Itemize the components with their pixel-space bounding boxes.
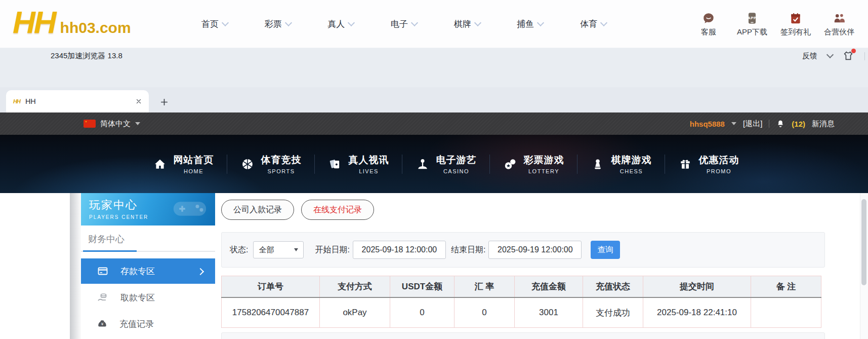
start-date-input[interactable]: 2025-09-18 12:00:00 — [353, 241, 446, 259]
quicklink-customer-service[interactable]: 客服 — [687, 12, 730, 37]
cell-order-no: 1758206470047887 — [222, 297, 320, 328]
mainnav-promo[interactable]: 优惠活动PROMO — [665, 154, 752, 174]
query-button[interactable]: 查询 — [591, 241, 620, 259]
quicklink-partners[interactable]: 合营伙伴 — [817, 12, 861, 37]
logout-button[interactable]: [退出] — [743, 119, 762, 129]
feedback-zone: 反馈 — [802, 50, 854, 61]
chevron-down-icon — [600, 19, 607, 26]
partners-icon — [833, 12, 846, 25]
notification-dot — [851, 49, 856, 53]
nav-item-live[interactable]: 真人 — [327, 18, 354, 30]
browser-window-title: 2345加速浏览器 13.8 — [51, 51, 122, 61]
cell-recharge-status: 支付成功 — [583, 297, 643, 328]
tab-online-payment-records[interactable]: 在线支付记录 — [301, 200, 374, 220]
player-center-sidebar: 玩家中心 PLAYERS CENTER 财务中心 存款专区 — [81, 193, 215, 339]
table-row: 1758206470047887 okPay 0 0 3001 支付成功 202… — [222, 297, 821, 328]
chevron-right-icon — [197, 268, 204, 275]
nav-item-label: 电子 — [391, 18, 408, 30]
cell-recharge-amount: 3001 — [515, 297, 583, 328]
mainnav-label-zh: 彩票游戏 — [524, 154, 564, 167]
sidebar-item-label: 充值记录 — [119, 318, 154, 330]
cell-usdt-amount: 0 — [390, 297, 454, 328]
main-site-nav: 网站首页HOME 体育竞技SPORTS 真人视讯LIVES 电子游艺CASINO… — [0, 135, 868, 193]
message-count[interactable]: (12) — [792, 120, 805, 128]
mainnav-label-zh: 电子游艺 — [436, 154, 477, 167]
mainnav-label-zh: 优惠活动 — [699, 154, 739, 167]
page-scrollbar[interactable] — [860, 193, 868, 339]
signin-gift-icon — [789, 12, 802, 25]
browser-tab-active[interactable]: HH HH — [6, 90, 149, 112]
logo-domain-text: hh03.com — [60, 19, 131, 36]
chevron-down-icon[interactable] — [826, 51, 834, 58]
end-date-input[interactable]: 2025-09-19 12:00:00 — [488, 241, 582, 259]
mainnav-label-zh: 真人视讯 — [349, 154, 389, 167]
quick-links: 客服 APP APP下载 签到有礼 合营伙伴 — [687, 0, 861, 48]
col-remark: 备 注 — [751, 276, 821, 298]
new-tab-icon[interactable] — [160, 98, 169, 106]
status-select-value: 全部 — [259, 245, 274, 255]
bell-icon[interactable] — [776, 119, 785, 128]
username[interactable]: hhsq5888 — [690, 120, 725, 128]
table-header-row: 订单号 支付方式 USDT金额 汇 率 充值金额 充值状态 提交时间 备 注 — [222, 276, 821, 298]
chevron-down-icon — [474, 19, 481, 26]
chevron-down-icon — [411, 19, 418, 26]
mainnav-home[interactable]: 网站首页HOME — [140, 154, 227, 174]
mainnav-label-en: SPORTS — [261, 168, 302, 174]
tab-close-icon[interactable] — [136, 98, 142, 104]
scrollbar-thumb[interactable] — [861, 199, 866, 285]
quicklink-app-download[interactable]: APP APP下载 — [730, 12, 774, 37]
tab-company-deposit-records[interactable]: 公司入款记录 — [221, 200, 294, 220]
mainnav-sports[interactable]: 体育竞技SPORTS — [227, 154, 314, 174]
page-body: 玩家中心 PLAYERS CENTER 财务中心 存款专区 — [0, 193, 868, 339]
sidebar-item-recharge-records[interactable]: ¥ 充值记录 — [81, 311, 215, 336]
nav-item-home[interactable]: 首页 — [201, 18, 228, 30]
col-exchange-rate: 汇 率 — [454, 276, 515, 298]
records-content: 公司入款记录 在线支付记录 状态: 全部 开始日期: 2025-09-18 12… — [221, 193, 859, 339]
sidebar-item-withdraw[interactable]: 取款专区 — [81, 285, 215, 310]
nav-item-fishing[interactable]: 捕鱼 — [517, 18, 543, 30]
mainnav-lives[interactable]: 真人视讯LIVES — [315, 154, 402, 174]
caret-down-icon[interactable] — [731, 122, 736, 125]
player-center-banner: 玩家中心 PLAYERS CENTER — [81, 193, 215, 225]
nav-item-lottery[interactable]: 彩票 — [265, 18, 291, 30]
sidebar-section-title: 财务中心 — [88, 233, 215, 245]
sports-ball-icon — [240, 157, 255, 171]
message-label[interactable]: 新消息 — [812, 119, 835, 129]
col-submit-time: 提交时间 — [643, 276, 751, 298]
mainnav-label-en: HOME — [174, 168, 214, 174]
col-usdt-amount: USDT金额 — [390, 276, 454, 298]
quicklink-label: 客服 — [701, 27, 716, 37]
nav-item-sports[interactable]: 体育 — [580, 18, 606, 30]
nav-item-label: 真人 — [327, 18, 345, 30]
status-select[interactable]: 全部 — [253, 241, 304, 258]
divider — [769, 120, 769, 128]
gift-icon — [678, 157, 692, 171]
quicklink-label: 签到有礼 — [780, 27, 811, 37]
language-label: 简体中文 — [100, 119, 131, 129]
sidebar-item-deposit[interactable]: 存款专区 — [81, 258, 215, 284]
cell-submit-time: 2025-09-18 22:41:10 — [643, 297, 751, 328]
col-recharge-status: 充值状态 — [583, 276, 643, 298]
chrome-divider — [864, 52, 865, 60]
start-date-label: 开始日期: — [315, 245, 349, 255]
theme-shirt-icon[interactable] — [843, 50, 854, 61]
record-tabs: 公司入款记录 在线支付记录 — [221, 200, 859, 220]
feedback-button[interactable]: 反馈 — [802, 51, 817, 61]
chevron-down-icon — [537, 19, 544, 26]
col-payment-method: 支付方式 — [320, 276, 390, 298]
nav-item-label: 棋牌 — [454, 18, 471, 30]
end-date-label: 结束日期: — [451, 245, 485, 255]
site-logo[interactable]: HH hh03.com — [13, 2, 131, 43]
mainnav-lottery[interactable]: 彩票游戏LOTTERY — [490, 154, 577, 174]
mainnav-casino[interactable]: 电子游艺CASINO — [402, 154, 489, 174]
quicklink-label: 合营伙伴 — [824, 27, 854, 37]
quicklink-signin-gift[interactable]: 签到有礼 — [774, 12, 817, 37]
nav-item-slots[interactable]: 电子 — [391, 18, 417, 30]
nav-item-chess[interactable]: 棋牌 — [454, 18, 480, 30]
mainnav-chess[interactable]: 棋牌游戏CHESS — [577, 154, 665, 174]
joystick-icon — [416, 157, 430, 171]
mainnav-label-en: CASINO — [436, 168, 477, 174]
user-bar: 简体中文 hhsq5888 [退出] (12) 新消息 — [0, 112, 868, 135]
sidebar-item-label: 存款专区 — [120, 266, 155, 277]
language-selector[interactable]: 简体中文 — [84, 119, 140, 129]
